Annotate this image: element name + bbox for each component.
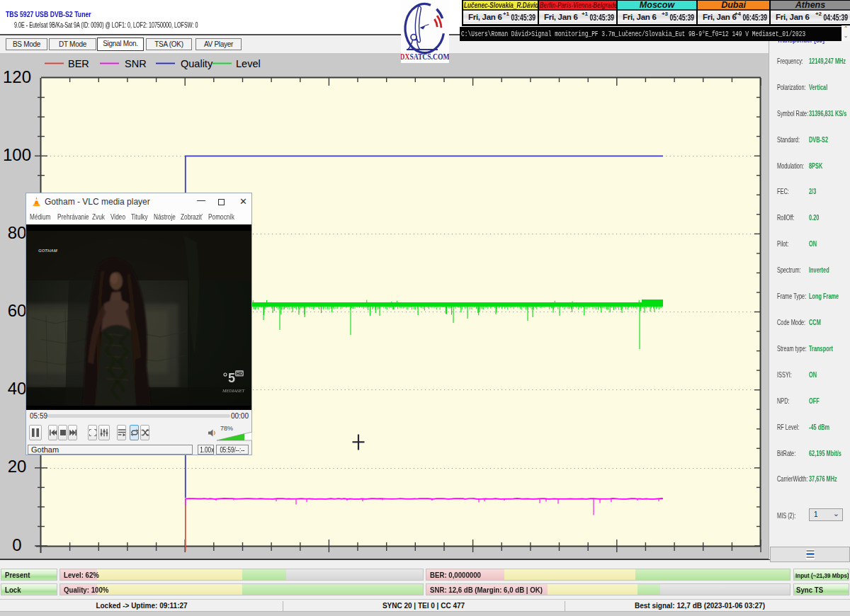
svg-text:5: 5 bbox=[228, 371, 235, 385]
svg-text:120: 120 bbox=[3, 67, 31, 86]
svg-text:40: 40 bbox=[8, 379, 27, 398]
svg-text:80: 80 bbox=[8, 223, 27, 242]
svg-text:20: 20 bbox=[8, 457, 27, 476]
svg-text:Quality: Quality bbox=[181, 58, 213, 69]
svg-text:Level: Level bbox=[236, 58, 261, 69]
svg-text:SNR: SNR bbox=[125, 58, 147, 69]
svg-text:0: 0 bbox=[12, 535, 21, 554]
svg-text:DXSATCS.COM: DXSATCS.COM bbox=[401, 52, 449, 61]
svg-text:60: 60 bbox=[8, 301, 27, 320]
svg-text:MEDIASET: MEDIASET bbox=[222, 388, 244, 393]
svg-text:HD: HD bbox=[237, 371, 244, 376]
svg-text:100: 100 bbox=[3, 145, 31, 164]
svg-text:BER: BER bbox=[68, 58, 89, 69]
svg-text:GOTHAM: GOTHAM bbox=[38, 249, 58, 253]
